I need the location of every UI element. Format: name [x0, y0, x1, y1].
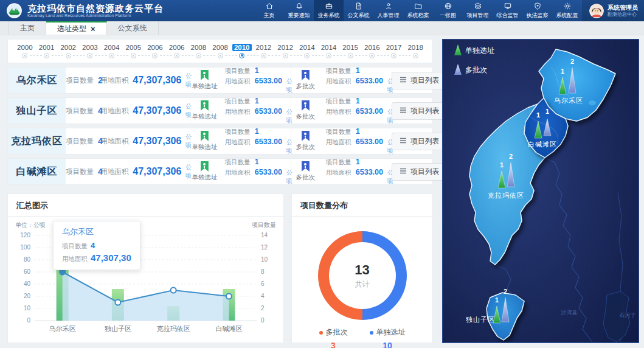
timeline-year[interactable]: 2005 [122, 44, 144, 59]
timeline-dot[interactable] [44, 53, 49, 58]
donut-legend-item-1: 单独选址10 [370, 327, 406, 348]
svg-text:80: 80 [24, 256, 31, 263]
nav-item-home[interactable]: 主页 [254, 0, 284, 21]
project-count-label: 项目数量 [66, 137, 94, 146]
timeline-dot[interactable] [131, 53, 136, 58]
project-count-label: 项目数量 [66, 106, 94, 116]
project-list-button[interactable]: 项目列表 [392, 163, 448, 181]
tab-label: 公文系统 [118, 23, 147, 33]
project-list-button[interactable]: 项目列表 [392, 72, 448, 89]
map-region-label: 白碱滩区 [528, 141, 557, 148]
map-region-label: 克拉玛依区 [488, 192, 524, 199]
year-label: 2006 [147, 44, 163, 51]
line-point-白碱滩区[interactable] [226, 294, 232, 299]
line-point-克拉玛依区[interactable] [171, 288, 176, 293]
year-label: 2012 [256, 44, 272, 51]
timeline-year[interactable]: 2006 [144, 44, 166, 59]
nav-item-briefcase[interactable]: 业务系统 [314, 0, 344, 21]
donut-total-label: 共计 [355, 279, 370, 290]
timeline-dot[interactable] [109, 53, 114, 58]
single-site-label: 单独选址 [192, 143, 217, 151]
tooltip-area: 47,307,30 [91, 252, 131, 263]
line-point-独山子区[interactable] [115, 300, 120, 305]
timeline-year[interactable]: 2015 [339, 44, 361, 59]
nav-item-bell[interactable]: 重要通知 [284, 0, 314, 21]
timeline-dot[interactable] [196, 53, 201, 58]
nav-item-person[interactable]: 人事管理 [373, 0, 403, 21]
timeline-year[interactable]: 2016 [361, 44, 383, 59]
tab-close-icon[interactable]: × [91, 25, 95, 33]
timeline-dot[interactable] [326, 53, 331, 58]
tab-2[interactable]: 公文系统 [107, 21, 159, 35]
svg-text:12: 12 [261, 244, 268, 251]
single-site-ribbon-icon [201, 131, 209, 141]
timeline-year[interactable]: 2012 [253, 44, 275, 59]
nav-item-folder[interactable]: 系统档案 [403, 0, 433, 21]
legend-dot-icon [370, 331, 373, 335]
folder-icon [414, 2, 423, 10]
year-label: 2002 [60, 44, 76, 51]
tooltip-count: 4 [91, 241, 95, 250]
year-label: 2006 [169, 44, 185, 51]
timeline-year[interactable]: 2001 [36, 44, 58, 59]
timeline-year[interactable]: 2006 [166, 44, 188, 59]
timeline-dot[interactable] [218, 53, 223, 58]
timeline-year[interactable]: 2008 [188, 44, 210, 59]
nav-item-layers[interactable]: 项目管理 [463, 0, 493, 21]
timeline-dot[interactable] [304, 53, 310, 58]
avatar [589, 4, 604, 18]
right-axis-label: 项目数量 [252, 221, 276, 229]
list-icon [400, 106, 407, 115]
timeline-year[interactable]: 2003 [79, 44, 101, 59]
timeline-year[interactable]: 2017 [383, 44, 405, 59]
district-name: 白碱滩区 [8, 159, 66, 184]
land-area-label: 用地面积 [100, 106, 128, 116]
timeline-dot[interactable] [391, 53, 396, 58]
nav-item-globe[interactable]: 一张图 [433, 0, 463, 21]
timeline-dot[interactable] [66, 53, 71, 58]
timeline-dot[interactable] [261, 53, 266, 58]
single-count: 1 [255, 97, 259, 105]
nav-item-monitor[interactable]: 综合监管 [493, 0, 522, 21]
timeline-year[interactable]: 2008 [209, 44, 231, 59]
timeline-dot[interactable] [283, 53, 288, 58]
nav-item-label: 项目管理 [467, 12, 489, 19]
multi-batch-label: 多批次 [296, 173, 316, 182]
user-menu[interactable]: 系统管理员 勘测信息中心 [582, 0, 644, 21]
nav-item-shield[interactable]: 执法监察 [522, 0, 552, 21]
tab-1[interactable]: 选址类型× [46, 21, 107, 35]
land-area-label: 用地面积 [100, 167, 128, 176]
multi-area: 6533.00 [356, 77, 383, 85]
timeline-dot[interactable] [174, 53, 179, 58]
timeline-year[interactable]: 2002 [57, 44, 79, 59]
tab-0[interactable]: 主页 [9, 21, 46, 35]
marker-count: 1 [500, 161, 504, 169]
district-row: 独山子区 项目数量 4 用地面积 47,307,306 公顷 单独选址 项目数量… [7, 97, 433, 124]
timeline-dot[interactable] [152, 53, 158, 58]
project-list-button[interactable]: 项目列表 [392, 102, 448, 120]
timeline-year[interactable]: 2014 [318, 44, 340, 59]
timeline-dot[interactable] [22, 53, 27, 58]
nav-item-gear[interactable]: 系统配置 [552, 0, 582, 21]
timeline-year[interactable]: 2014 [296, 44, 318, 59]
timeline-dot[interactable] [348, 53, 353, 58]
multi-batch-label: 多批次 [296, 82, 316, 91]
nav-item-label: 系统配置 [556, 12, 578, 19]
timeline-dot[interactable] [413, 53, 418, 58]
project-list-button[interactable]: 项目列表 [392, 133, 448, 150]
nav-item-doc[interactable]: 公文系统 [344, 0, 373, 21]
timeline-year[interactable]: 2004 [101, 44, 123, 59]
main-content: 2000 2001 2002 2003 2004 2005 2006 2006 … [0, 35, 644, 343]
neighbor-label: 石河子 [619, 312, 636, 318]
list-icon [400, 167, 407, 176]
timeline-year[interactable]: 2012 [274, 44, 296, 59]
timeline-year[interactable]: 2000 [14, 44, 36, 59]
timeline-year[interactable]: 2018 [404, 44, 426, 59]
timeline-year[interactable]: 2010 [231, 44, 253, 59]
marker-count: 1 [536, 111, 540, 119]
multi-area: 6533.00 [356, 168, 383, 176]
timeline-dot[interactable] [87, 53, 92, 58]
timeline-dot[interactable] [239, 53, 244, 58]
header-nav: 主页 重要通知 业务系统 公文系统 人事管理 系统档案 一张图 项目管理 综合监… [254, 0, 582, 21]
timeline-dot[interactable] [369, 53, 375, 58]
